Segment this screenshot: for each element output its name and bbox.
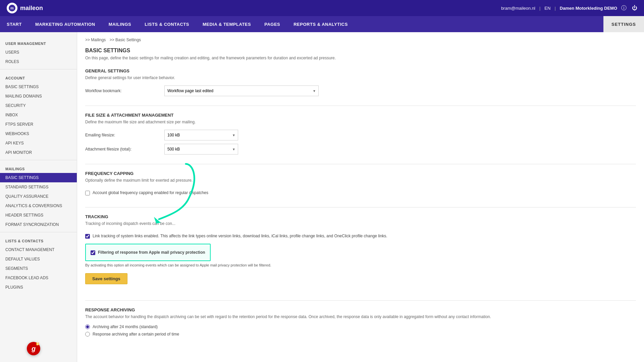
sidebar-item-format-syncronization[interactable]: FORMAT SYNCRONIZATION: [0, 220, 77, 229]
power-icon[interactable]: ⏻: [632, 5, 637, 11]
page-desc: On this page, define the basic settings …: [85, 56, 636, 60]
svg-text:m: m: [10, 6, 14, 10]
workflow-bookmark-select[interactable]: Workflow page last edited Mailing list L…: [164, 85, 319, 96]
separator: |: [539, 6, 540, 11]
sidebar-item-default-values[interactable]: DEFAULT VALUES: [0, 254, 77, 264]
nav-marketing-automation[interactable]: MARKETING AUTOMATION: [29, 16, 102, 32]
general-settings-title: GENERAL SETTINGS: [85, 68, 636, 73]
sidebar-item-mailing-domains[interactable]: MAILING DOMAINS: [0, 92, 77, 101]
file-size-desc: Define the maximum file size and attachm…: [85, 120, 636, 124]
sidebar-item-webhooks[interactable]: WEBHOOKS: [0, 129, 77, 138]
archiving-24-months-radio[interactable]: [85, 324, 90, 329]
sidebar-item-users[interactable]: USERS: [0, 48, 77, 57]
top-bar: m maileon bram@maileon.nl | EN | Damen M…: [0, 0, 644, 16]
file-size-section: FILE SIZE & ATTACHMENT MANAGEMENT Define…: [85, 113, 636, 155]
archiving-custom-label: Response archiving after a certain perio…: [93, 332, 179, 337]
sidebar-item-contact-management[interactable]: CONTACT MANAGEMENT: [0, 245, 77, 254]
sidebar-item-api-monitor[interactable]: API MONITOR: [0, 148, 77, 157]
sidebar-divider-2: [0, 160, 77, 160]
nav-settings[interactable]: SETTINGS: [603, 16, 644, 32]
nav-media-templates[interactable]: MEDIA & TEMPLATES: [196, 16, 258, 32]
sidebar-divider-3: [0, 232, 77, 232]
sidebar-section-lists-contacts: LISTS & CONTACTS: [0, 235, 77, 245]
save-settings-button[interactable]: Save settings: [85, 273, 127, 284]
demo-account-link[interactable]: Damen Motorkleding DEMO: [560, 6, 617, 11]
g-badge[interactable]: g 9: [27, 342, 40, 355]
content-area: >> Mailings >> Basic Settings BASIC SETT…: [77, 32, 644, 362]
general-settings-section: GENERAL SETTINGS Define general settings…: [85, 68, 636, 96]
workflow-bookmark-select-wrapper: Workflow page last edited Mailing list L…: [164, 85, 319, 96]
nav-lists-contacts[interactable]: LISTS & CONTACTS: [138, 16, 196, 32]
workflow-bookmark-label: Workflow bookmark:: [85, 88, 159, 93]
attachment-filesize-wrapper: 500 kB 1 MB 2 MB ▼: [164, 144, 238, 155]
breadcrumb-mailings[interactable]: >> Mailings: [85, 38, 106, 42]
breadcrumb: >> Mailings >> Basic Settings: [85, 38, 636, 42]
sidebar-item-inbox[interactable]: INBOX: [0, 110, 77, 120]
sidebar-item-api-keys[interactable]: API KEYS: [0, 138, 77, 148]
apple-filtering-desc: By activating this option all incoming e…: [85, 263, 636, 267]
attachment-filesize-select[interactable]: 500 kB 1 MB 2 MB: [164, 144, 238, 155]
response-archiving-title: RESPONSE ARCHIVING: [85, 307, 636, 312]
frequency-capping-label: Account global frequency capping enabled…: [93, 190, 208, 196]
emailing-filesize-row: Emailing filesize: 100 kB 200 kB 500 kB …: [85, 130, 636, 140]
frequency-capping-section: FREQUENCY CAPPING Optionally define the …: [85, 171, 636, 198]
sidebar-item-segments[interactable]: SEGMENTS: [0, 264, 77, 273]
sidebar-item-quality-assurance[interactable]: QUALITY ASSURANCE: [0, 192, 77, 201]
sidebar-item-security[interactable]: SECURITY: [0, 101, 77, 110]
sidebar-section-mailings: MAILINGS: [0, 163, 77, 173]
divider-2: [85, 164, 636, 164]
sidebar-item-facebook-lead-ads[interactable]: FACEBOOK LEAD ADS: [0, 273, 77, 283]
divider-3: [85, 207, 636, 207]
logo[interactable]: m maileon: [7, 3, 43, 13]
emailing-filesize-wrapper: 100 kB 200 kB 500 kB 1 MB ▼: [164, 130, 238, 140]
breadcrumb-basic-settings[interactable]: >> Basic Settings: [110, 38, 141, 42]
sidebar-item-analytics-conversions[interactable]: ANALYTICS & CONVERSIONS: [0, 201, 77, 210]
sidebar-item-plugins[interactable]: PLUGINS: [0, 283, 77, 292]
sidebar-item-header-settings[interactable]: HEADER SETTINGS: [0, 210, 77, 220]
divider-1: [85, 106, 636, 106]
sidebar-item-ftps-server[interactable]: FTPS SERVER: [0, 120, 77, 129]
sidebar-divider-1: [0, 69, 77, 69]
separator2: |: [554, 6, 555, 11]
archiving-24-months-row: Archiving after 24 months (standard): [85, 324, 636, 329]
apple-filtering-row: Filtering of response from Apple mail pr…: [91, 248, 205, 257]
main-layout: USER MANAGEMENT USERS ROLES ACCOUNT BASI…: [0, 32, 644, 362]
lang-selector[interactable]: EN: [544, 6, 550, 11]
sidebar-item-basic-settings-account[interactable]: BASIC SETTINGS: [0, 82, 77, 92]
nav-mailings[interactable]: MAILINGS: [102, 16, 138, 32]
frequency-capping-title: FREQUENCY CAPPING: [85, 171, 636, 176]
g-badge-text: g: [32, 345, 36, 353]
g-badge-dot: 9: [36, 343, 39, 345]
link-tracking-checkbox[interactable]: [85, 234, 90, 239]
nav-pages[interactable]: PAGES: [258, 16, 287, 32]
tracking-desc: Tracking of incoming dispatch events can…: [85, 221, 636, 226]
frequency-capping-row: Account global frequency capping enabled…: [85, 188, 636, 198]
archiving-custom-radio[interactable]: [85, 332, 90, 337]
sidebar-section-account: ACCOUNT: [0, 72, 77, 82]
nav-start[interactable]: START: [0, 16, 29, 32]
sidebar-item-standard-settings[interactable]: STANDARD SETTINGS: [0, 182, 77, 192]
apple-filtering-checkbox[interactable]: [91, 250, 95, 255]
tracking-section: TRACKING Tracking of incoming dispatch e…: [85, 214, 636, 291]
sidebar-item-basic-settings-mailings[interactable]: BASIC SETTINGS: [0, 173, 77, 182]
emailing-filesize-select[interactable]: 100 kB 200 kB 500 kB 1 MB: [164, 130, 238, 140]
attachment-filesize-label: Attachment filesize (total):: [85, 147, 159, 152]
tracking-title: TRACKING: [85, 214, 636, 219]
link-tracking-row: Link tracking of system links enabled. T…: [85, 231, 636, 241]
sidebar-item-roles[interactable]: ROLES: [0, 57, 77, 66]
apple-filtering-highlight-box: Filtering of response from Apple mail pr…: [85, 244, 211, 261]
emailing-filesize-label: Emailing filesize:: [85, 133, 159, 137]
page-title: BASIC SETTINGS: [85, 48, 636, 54]
general-settings-desc: Define general settings for user interfa…: [85, 75, 636, 80]
user-email: bram@maileon.nl: [501, 6, 535, 11]
archiving-24-months-label: Archiving after 24 months (standard): [93, 324, 158, 329]
info-icon[interactable]: ⓘ: [621, 5, 627, 12]
nav-reports-analytics[interactable]: REPORTS & ANALYTICS: [287, 16, 355, 32]
attachment-filesize-row: Attachment filesize (total): 500 kB 1 MB…: [85, 144, 636, 155]
workflow-bookmark-row: Workflow bookmark: Workflow page last ed…: [85, 85, 636, 96]
divider-4: [85, 300, 636, 301]
sidebar: USER MANAGEMENT USERS ROLES ACCOUNT BASI…: [0, 32, 77, 362]
frequency-capping-desc: Optionally define the maximum limit for …: [85, 178, 636, 183]
frequency-capping-checkbox[interactable]: [85, 191, 90, 195]
logo-icon: m: [7, 3, 17, 13]
